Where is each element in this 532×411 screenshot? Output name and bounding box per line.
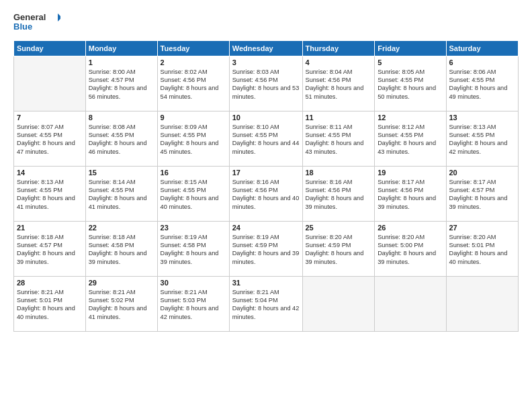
calendar-cell: 2Sunrise: 8:02 AMSunset: 4:56 PMDaylight… xyxy=(157,56,229,111)
calendar-cell: 5Sunrise: 8:05 AMSunset: 4:55 PMDaylight… xyxy=(375,56,446,111)
day-number: 17 xyxy=(232,169,300,177)
calendar-cell: 31Sunrise: 8:21 AMSunset: 5:04 PMDayligh… xyxy=(229,276,302,331)
day-info: Sunrise: 8:04 AMSunset: 4:56 PMDaylight:… xyxy=(306,68,372,101)
calendar-cell: 8Sunrise: 8:08 AMSunset: 4:55 PMDaylight… xyxy=(85,111,157,166)
weekday-header-saturday: Saturday xyxy=(446,40,519,56)
day-info: Sunrise: 8:20 AMSunset: 5:01 PMDaylight:… xyxy=(449,233,516,267)
logo: General Blue xyxy=(13,11,60,35)
day-number: 28 xyxy=(17,279,83,287)
day-number: 14 xyxy=(17,169,83,177)
svg-text:Blue: Blue xyxy=(13,21,32,32)
svg-text:General: General xyxy=(13,12,46,22)
day-info: Sunrise: 8:18 AMSunset: 4:58 PMDaylight:… xyxy=(89,233,154,267)
calendar-cell: 20Sunrise: 8:17 AMSunset: 4:57 PMDayligh… xyxy=(446,166,519,221)
day-info: Sunrise: 8:16 AMSunset: 4:56 PMDaylight:… xyxy=(232,178,300,212)
calendar-cell: 18Sunrise: 8:16 AMSunset: 4:56 PMDayligh… xyxy=(302,166,375,221)
week-row-3: 14Sunrise: 8:13 AMSunset: 4:55 PMDayligh… xyxy=(14,166,519,221)
weekday-header-friday: Friday xyxy=(375,40,446,56)
calendar-cell: 10Sunrise: 8:10 AMSunset: 4:55 PMDayligh… xyxy=(229,111,302,166)
day-info: Sunrise: 8:03 AMSunset: 4:56 PMDaylight:… xyxy=(232,68,300,101)
weekday-header-tuesday: Tuesday xyxy=(157,40,229,56)
day-info: Sunrise: 8:09 AMSunset: 4:55 PMDaylight:… xyxy=(161,123,226,156)
calendar-cell: 13Sunrise: 8:13 AMSunset: 4:55 PMDayligh… xyxy=(446,111,519,166)
calendar-cell: 21Sunrise: 8:18 AMSunset: 4:57 PMDayligh… xyxy=(14,221,86,276)
calendar-cell: 19Sunrise: 8:17 AMSunset: 4:56 PMDayligh… xyxy=(375,166,446,221)
week-row-4: 21Sunrise: 8:18 AMSunset: 4:57 PMDayligh… xyxy=(14,221,519,276)
calendar-cell xyxy=(14,56,86,111)
day-number: 1 xyxy=(89,58,154,66)
calendar-cell: 1Sunrise: 8:00 AMSunset: 4:57 PMDaylight… xyxy=(85,56,157,111)
day-number: 31 xyxy=(232,279,300,287)
day-number: 13 xyxy=(449,113,516,122)
day-number: 24 xyxy=(232,224,300,232)
calendar-cell: 24Sunrise: 8:19 AMSunset: 4:59 PMDayligh… xyxy=(229,221,302,276)
day-info: Sunrise: 8:19 AMSunset: 4:58 PMDaylight:… xyxy=(161,233,226,267)
day-info: Sunrise: 8:06 AMSunset: 4:55 PMDaylight:… xyxy=(449,68,516,101)
day-info: Sunrise: 8:08 AMSunset: 4:55 PMDaylight:… xyxy=(89,123,154,156)
calendar-cell: 11Sunrise: 8:11 AMSunset: 4:55 PMDayligh… xyxy=(302,111,375,166)
calendar-cell: 6Sunrise: 8:06 AMSunset: 4:55 PMDaylight… xyxy=(446,56,519,111)
day-number: 16 xyxy=(161,169,226,177)
day-number: 25 xyxy=(306,224,372,232)
calendar-cell: 25Sunrise: 8:20 AMSunset: 4:59 PMDayligh… xyxy=(302,221,375,276)
day-number: 21 xyxy=(17,224,83,232)
day-number: 9 xyxy=(161,113,226,122)
day-info: Sunrise: 8:14 AMSunset: 4:55 PMDaylight:… xyxy=(89,178,154,212)
calendar-cell: 4Sunrise: 8:04 AMSunset: 4:56 PMDaylight… xyxy=(302,56,375,111)
calendar-cell: 12Sunrise: 8:12 AMSunset: 4:55 PMDayligh… xyxy=(375,111,446,166)
calendar-cell xyxy=(375,276,446,331)
day-number: 12 xyxy=(378,113,443,122)
day-info: Sunrise: 8:16 AMSunset: 4:56 PMDaylight:… xyxy=(306,178,372,212)
day-info: Sunrise: 8:17 AMSunset: 4:57 PMDaylight:… xyxy=(449,178,516,212)
calendar-cell: 16Sunrise: 8:15 AMSunset: 4:55 PMDayligh… xyxy=(157,166,229,221)
calendar-cell xyxy=(446,276,519,331)
day-info: Sunrise: 8:02 AMSunset: 4:56 PMDaylight:… xyxy=(161,68,226,101)
day-info: Sunrise: 8:21 AMSunset: 5:01 PMDaylight:… xyxy=(17,288,83,322)
page: General Blue SundayMondayTuesdayWednesda… xyxy=(0,0,532,411)
day-number: 26 xyxy=(378,224,443,232)
week-row-2: 7Sunrise: 8:07 AMSunset: 4:55 PMDaylight… xyxy=(14,111,519,166)
logo-text-block: General Blue xyxy=(13,11,60,35)
day-info: Sunrise: 8:17 AMSunset: 4:56 PMDaylight:… xyxy=(378,178,443,212)
day-number: 11 xyxy=(306,113,372,122)
day-info: Sunrise: 8:10 AMSunset: 4:55 PMDaylight:… xyxy=(232,123,300,156)
calendar-cell: 23Sunrise: 8:19 AMSunset: 4:58 PMDayligh… xyxy=(157,221,229,276)
calendar-cell: 30Sunrise: 8:21 AMSunset: 5:03 PMDayligh… xyxy=(157,276,229,331)
day-info: Sunrise: 8:13 AMSunset: 4:55 PMDaylight:… xyxy=(17,178,83,212)
day-info: Sunrise: 8:21 AMSunset: 5:04 PMDaylight:… xyxy=(232,288,300,322)
day-info: Sunrise: 8:15 AMSunset: 4:55 PMDaylight:… xyxy=(161,178,226,212)
day-info: Sunrise: 8:05 AMSunset: 4:55 PMDaylight:… xyxy=(378,68,443,101)
day-number: 8 xyxy=(89,113,154,122)
day-info: Sunrise: 8:11 AMSunset: 4:55 PMDaylight:… xyxy=(306,123,372,156)
day-info: Sunrise: 8:19 AMSunset: 4:59 PMDaylight:… xyxy=(232,233,300,267)
calendar-cell xyxy=(302,276,375,331)
day-info: Sunrise: 8:18 AMSunset: 4:57 PMDaylight:… xyxy=(17,233,83,267)
week-row-5: 28Sunrise: 8:21 AMSunset: 5:01 PMDayligh… xyxy=(14,276,519,331)
calendar-cell: 27Sunrise: 8:20 AMSunset: 5:01 PMDayligh… xyxy=(446,221,519,276)
day-info: Sunrise: 8:07 AMSunset: 4:55 PMDaylight:… xyxy=(17,123,83,156)
day-number: 22 xyxy=(89,224,154,232)
header: General Blue xyxy=(13,11,519,35)
svg-marker-2 xyxy=(58,13,60,21)
day-number: 4 xyxy=(306,58,372,66)
calendar-cell: 29Sunrise: 8:21 AMSunset: 5:02 PMDayligh… xyxy=(85,276,157,331)
day-info: Sunrise: 8:13 AMSunset: 4:55 PMDaylight:… xyxy=(449,123,516,156)
day-info: Sunrise: 8:21 AMSunset: 5:02 PMDaylight:… xyxy=(89,288,154,322)
day-number: 29 xyxy=(89,279,154,287)
day-info: Sunrise: 8:20 AMSunset: 4:59 PMDaylight:… xyxy=(306,233,372,267)
day-number: 20 xyxy=(449,169,516,177)
day-info: Sunrise: 8:21 AMSunset: 5:03 PMDaylight:… xyxy=(161,288,226,322)
day-number: 5 xyxy=(378,58,443,66)
calendar-cell: 15Sunrise: 8:14 AMSunset: 4:55 PMDayligh… xyxy=(85,166,157,221)
weekday-header-monday: Monday xyxy=(85,40,157,56)
week-row-1: 1Sunrise: 8:00 AMSunset: 4:57 PMDaylight… xyxy=(14,56,519,111)
calendar-cell: 28Sunrise: 8:21 AMSunset: 5:01 PMDayligh… xyxy=(14,276,86,331)
day-number: 23 xyxy=(161,224,226,232)
weekday-header-sunday: Sunday xyxy=(14,40,86,56)
calendar-cell: 3Sunrise: 8:03 AMSunset: 4:56 PMDaylight… xyxy=(229,56,302,111)
day-number: 30 xyxy=(161,279,226,287)
day-number: 10 xyxy=(232,113,300,122)
weekday-header-wednesday: Wednesday xyxy=(229,40,302,56)
weekday-header-row: SundayMondayTuesdayWednesdayThursdayFrid… xyxy=(14,40,519,56)
calendar: SundayMondayTuesdayWednesdayThursdayFrid… xyxy=(13,40,519,332)
